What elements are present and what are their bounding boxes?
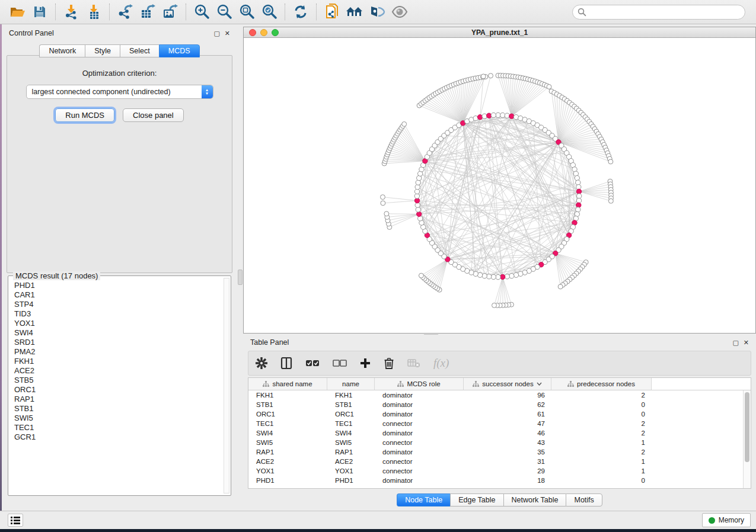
table-row[interactable]: PHD1PHD1dominator180	[248, 476, 743, 485]
tab-network-table[interactable]: Network Table	[503, 493, 566, 507]
cell-predecessor-nodes: 1	[551, 439, 652, 446]
table-row[interactable]: FKH1FKH1dominator962	[248, 390, 743, 400]
open-file-icon[interactable]	[6, 2, 28, 21]
add-column-icon[interactable]	[360, 358, 371, 368]
table-row[interactable]: STB1STB1dominator620	[248, 400, 743, 409]
mcds-result-item[interactable]: SWI4	[11, 328, 222, 338]
export-table-icon[interactable]	[136, 2, 159, 21]
tab-select[interactable]: Select	[120, 44, 159, 57]
cell-name: FKH1	[327, 392, 375, 399]
mcds-result-item[interactable]: YOX1	[11, 319, 222, 328]
close-panel-button[interactable]: Close panel	[123, 108, 184, 122]
mcds-result-box: MCDS result (17 nodes) PHD1CAR1STP4TID3Y…	[8, 275, 231, 496]
gear-icon[interactable]	[256, 357, 267, 369]
header-filler	[652, 378, 751, 390]
column-label: shared name	[272, 380, 312, 387]
export-network-icon[interactable]	[114, 2, 136, 21]
cell-successor-nodes: 31	[464, 458, 551, 465]
mcds-result-item[interactable]: PHD1	[11, 281, 222, 290]
tab-motifs[interactable]: Motifs	[566, 493, 602, 507]
table-row[interactable]: RAP1RAP1dominator352	[248, 447, 743, 457]
network-from-file-icon[interactable]	[321, 2, 343, 21]
cell-name: RAP1	[327, 448, 375, 456]
scrollbar-thumb[interactable]	[745, 392, 749, 462]
close-panel-icon[interactable]: ✕	[225, 30, 230, 37]
column-header-successor-nodes[interactable]: successor nodes	[464, 378, 551, 390]
mcds-result-item[interactable]: GCR1	[11, 432, 222, 442]
tab-edge-table[interactable]: Edge Table	[450, 493, 503, 507]
export-image-icon[interactable]	[159, 2, 181, 21]
table-row[interactable]: ORC1ORC1dominator610	[248, 409, 743, 419]
result-list-scrollbar[interactable]	[224, 278, 229, 493]
mcds-result-item[interactable]: ACE2	[11, 366, 222, 376]
shared-column-icon	[567, 381, 574, 387]
tab-node-table[interactable]: Node Table	[397, 493, 450, 507]
clear-selection-icon[interactable]	[333, 359, 347, 367]
cell-mcds-role: connector	[375, 420, 464, 427]
table-row[interactable]: SWI4SWI4dominator462	[248, 428, 743, 438]
mcds-result-item[interactable]: RAP1	[11, 395, 222, 404]
mcds-tab-content: Optimization criterion: largest connecte…	[7, 55, 232, 273]
delete-column-icon[interactable]	[384, 357, 394, 369]
zoom-fit-icon[interactable]	[235, 2, 258, 21]
delete-table-icon[interactable]	[407, 358, 420, 368]
hierarchy-icon[interactable]	[343, 2, 366, 21]
mcds-result-item[interactable]: TID3	[11, 309, 222, 319]
splitter-handle[interactable]	[238, 270, 243, 285]
save-session-icon[interactable]	[28, 2, 51, 21]
show-panel-icon[interactable]	[388, 2, 411, 21]
column-header-mcds-role[interactable]: MCDS role	[375, 378, 464, 390]
node-table: shared name name MCDS role successor nod…	[248, 377, 751, 489]
mcds-result-item[interactable]: STB1	[11, 404, 222, 414]
tab-network[interactable]: Network	[39, 44, 85, 57]
refresh-icon[interactable]	[289, 2, 312, 21]
search-field[interactable]	[572, 5, 745, 20]
mcds-result-item[interactable]: CAR1	[11, 290, 222, 300]
vertical-splitter[interactable]	[237, 24, 243, 511]
network-canvas[interactable]	[244, 38, 755, 333]
table-row[interactable]: ACE2ACE2connector311	[248, 457, 743, 466]
app-window: Control Panel ▢ ✕ Network Style Select M…	[0, 0, 756, 529]
columns-icon[interactable]	[280, 357, 292, 369]
cell-predecessor-nodes: 2	[551, 420, 652, 427]
import-table-icon[interactable]	[82, 2, 105, 21]
tab-style[interactable]: Style	[85, 44, 120, 57]
close-panel-icon[interactable]: ✕	[744, 339, 749, 346]
network-view-titlebar: YPA_prune.txt_1	[244, 27, 755, 38]
float-panel-icon[interactable]: ▢	[732, 339, 738, 346]
mcds-result-item[interactable]: FKH1	[11, 357, 222, 366]
mcds-result-item[interactable]: ORC1	[11, 385, 222, 395]
zoom-out-icon[interactable]	[213, 2, 235, 21]
mcds-result-item[interactable]: TEC1	[11, 423, 222, 432]
table-row[interactable]: TEC1TEC1connector472	[248, 419, 743, 428]
hide-panel-icon[interactable]	[366, 2, 388, 21]
function-builder-icon[interactable]: f(x)	[433, 357, 449, 370]
select-all-icon[interactable]	[305, 359, 320, 367]
mcds-result-item[interactable]: PMA2	[11, 347, 222, 357]
table-tabs: Node Table Edge Table Network Table Moti…	[243, 493, 756, 507]
column-header-predecessor-nodes[interactable]: predecessor nodes	[551, 378, 652, 390]
search-input[interactable]	[589, 8, 740, 16]
zoom-selected-icon[interactable]	[258, 2, 280, 21]
mcds-result-item[interactable]: SWI5	[11, 414, 222, 423]
zoom-in-icon[interactable]	[190, 2, 213, 21]
column-header-name[interactable]: name	[327, 378, 375, 390]
table-row[interactable]: YOX1YOX1connector291	[248, 466, 743, 476]
mcds-result-item[interactable]: STB5	[11, 376, 222, 385]
control-panel-title: Control Panel	[9, 29, 54, 37]
task-history-button[interactable]	[8, 514, 23, 527]
table-scrollbar[interactable]	[743, 390, 751, 488]
import-network-icon[interactable]	[60, 2, 82, 21]
mcds-result-item[interactable]: STP4	[11, 300, 222, 309]
criterion-dropdown[interactable]: largest connected component (undirected)…	[26, 85, 213, 99]
column-label: predecessor nodes	[577, 380, 635, 387]
tab-mcds[interactable]: MCDS	[159, 44, 200, 57]
mcds-result-item[interactable]: SRD1	[11, 338, 222, 347]
mcds-result-list[interactable]: PHD1CAR1STP4TID3YOX1SWI4SRD1PMA2FKH1ACE2…	[11, 281, 222, 493]
memory-button[interactable]: Memory	[702, 513, 751, 527]
table-row[interactable]: SWI5SWI5connector431	[248, 438, 743, 447]
table-body: FKH1FKH1dominator962STB1STB1dominator620…	[248, 390, 743, 488]
column-header-shared-name[interactable]: shared name	[248, 378, 327, 390]
run-mcds-button[interactable]: Run MCDS	[55, 108, 114, 122]
float-panel-icon[interactable]: ▢	[213, 30, 219, 37]
